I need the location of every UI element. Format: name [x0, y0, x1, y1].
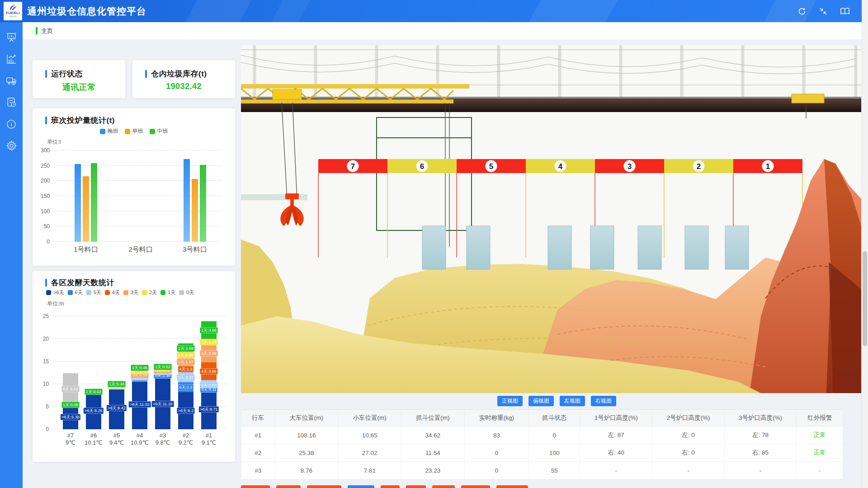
temperature-label: 9℃: [66, 439, 75, 446]
zone-number: 4: [558, 162, 563, 171]
legend-item[interactable]: 中班: [150, 127, 168, 135]
logo-subtext: —福尔利—: [8, 15, 18, 17]
y-axis-tick: 15: [43, 358, 49, 365]
table-cell: 0: [529, 427, 580, 444]
sidebar-item-info[interactable]: [0, 118, 23, 130]
bottom-action-button[interactable]: [461, 485, 490, 488]
front-view-button[interactable]: 正视图: [497, 396, 523, 406]
crane-id-label: #5: [109, 432, 124, 439]
segment-label: 3天:3.89: [200, 350, 218, 357]
table-cell: 23.23: [401, 462, 465, 479]
bottom-action-button[interactable]: [432, 485, 455, 488]
sidebar-item-report[interactable]: [0, 96, 23, 108]
refresh-icon[interactable]: [797, 7, 807, 16]
bottom-action-button[interactable]: [348, 485, 374, 488]
zone-number: 5: [489, 162, 493, 171]
crane-status-table: 行车大车位置(m)小车位置(m)抓斗位置(m)实时称重(kg)抓斗状态1号炉口高…: [241, 409, 843, 479]
header-decoration: [180, 0, 254, 22]
legend-swatch: [105, 290, 110, 295]
legend-item[interactable]: 0天: [179, 289, 194, 296]
legend-item[interactable]: >6天: [46, 289, 64, 296]
legend-swatch: [123, 290, 128, 295]
legend-swatch: [125, 129, 130, 134]
bar: [184, 159, 190, 242]
table-cell: #3: [241, 462, 275, 479]
bottom-action-button[interactable]: [307, 485, 341, 488]
y-axis-tick: 25: [43, 313, 49, 319]
breadcrumb-label[interactable]: 主页: [41, 27, 53, 35]
column-header: 红外报警: [797, 410, 843, 427]
table-cell: 左: 0: [652, 427, 725, 444]
chute-panel: [590, 226, 614, 269]
bottom-action-button[interactable]: [496, 485, 528, 488]
y-axis-tick: 200: [41, 178, 50, 184]
sidebar-item-vehicle[interactable]: [0, 75, 23, 87]
infrared-alarm-cell: 正常: [797, 427, 843, 444]
right-view-button[interactable]: 右视图: [591, 396, 616, 406]
sidebar-item-dashboard[interactable]: [0, 31, 23, 43]
warehouse-3d-view[interactable]: 7654321: [241, 45, 861, 393]
report-clock-icon: [6, 97, 17, 108]
sidebar-item-statistics[interactable]: [0, 53, 23, 65]
y-axis-tick: 150: [41, 193, 50, 199]
app-header: FUERLI —福尔利— 通州垃圾仓信息化管控平台: [0, 0, 868, 22]
stacked-bar-plot: 2520151050>6天:5.381天:0.080天:6.92#79℃>6天:…: [52, 316, 227, 429]
x-axis-label: 3号料口: [183, 245, 207, 254]
page-scrollbar[interactable]: [862, 0, 868, 488]
segment-label: >6天:8.2: [177, 408, 195, 414]
segment-label: 2天:1.23: [200, 339, 218, 345]
x-axis-label: #19.1℃: [202, 432, 217, 446]
zone-number: 2: [697, 162, 701, 171]
garbage-stock-card: 仓内垃圾库存(t) 19032.42: [132, 60, 235, 98]
chute-panel: [638, 226, 661, 269]
bar-chart-icon: [6, 53, 17, 65]
column-header: 实时称重(kg): [464, 410, 528, 427]
zone-number: 1: [766, 162, 770, 171]
gear-icon: [6, 140, 17, 151]
legend-item[interactable]: 6天: [68, 289, 83, 296]
temperature-label: 10.1℃: [85, 439, 103, 446]
bottom-action-button[interactable]: [381, 485, 400, 488]
left-view-button[interactable]: 左视图: [560, 396, 585, 406]
table-cell: 100: [529, 444, 580, 462]
bottom-action-bar: [241, 485, 528, 488]
legend-item[interactable]: 早班: [125, 127, 143, 135]
top-view-button[interactable]: 俯视图: [528, 396, 554, 406]
bar: [200, 165, 206, 242]
crane-id-label: #3: [156, 432, 170, 439]
chart-legend: 晚班早班中班: [33, 127, 235, 135]
legend-item[interactable]: 5天: [86, 289, 101, 296]
bottom-action-button[interactable]: [241, 485, 270, 488]
legend-item[interactable]: 晚班: [100, 127, 118, 135]
warehouse-3d-render: 7654321: [241, 45, 861, 393]
bar: [91, 163, 97, 242]
table-cell: 10.65: [338, 427, 401, 444]
legend-item[interactable]: 2天: [142, 289, 157, 296]
bottom-action-button[interactable]: [406, 485, 426, 488]
legend-item[interactable]: 1天: [160, 289, 175, 296]
title-accent: [145, 70, 147, 78]
breadcrumb: 主页: [23, 22, 868, 39]
shrink-screen-icon[interactable]: [819, 7, 828, 16]
view-buttons: 正视图 俯视图 左视图 右视图: [497, 396, 616, 406]
bottom-action-button[interactable]: [276, 485, 301, 488]
legend-item[interactable]: 3天: [123, 289, 138, 296]
table-cell: #2: [241, 444, 275, 462]
company-logo: FUERLI —福尔利—: [4, 2, 22, 20]
fermentation-days-chart-panel: 各区发酵天数统计 >6天6天5天4天3天2天1天0天 单位:m 25201510…: [33, 271, 235, 462]
legend-item[interactable]: 4天: [105, 289, 120, 296]
y-axis-tick: 10: [43, 381, 49, 387]
legend-label: 中班: [157, 127, 168, 135]
crane-id-label: #7: [66, 432, 75, 439]
infrared-alarm-cell: 正常: [797, 444, 843, 462]
scrollbar-thumb[interactable]: [863, 251, 867, 346]
header-decoration: [524, 0, 620, 22]
legend-label: 6天: [75, 289, 83, 296]
temperature-label: 9.4℃: [109, 439, 124, 446]
table-cell: 11.54: [401, 444, 465, 462]
shift-output-chart-panel: 班次投炉量统计(t) 晚班早班中班 单位:t 30025020015010050…: [33, 108, 235, 266]
sidebar-item-settings[interactable]: [0, 140, 23, 152]
legend-label: 1天: [168, 289, 175, 296]
bar-group: [184, 159, 206, 242]
book-icon[interactable]: [840, 7, 850, 16]
